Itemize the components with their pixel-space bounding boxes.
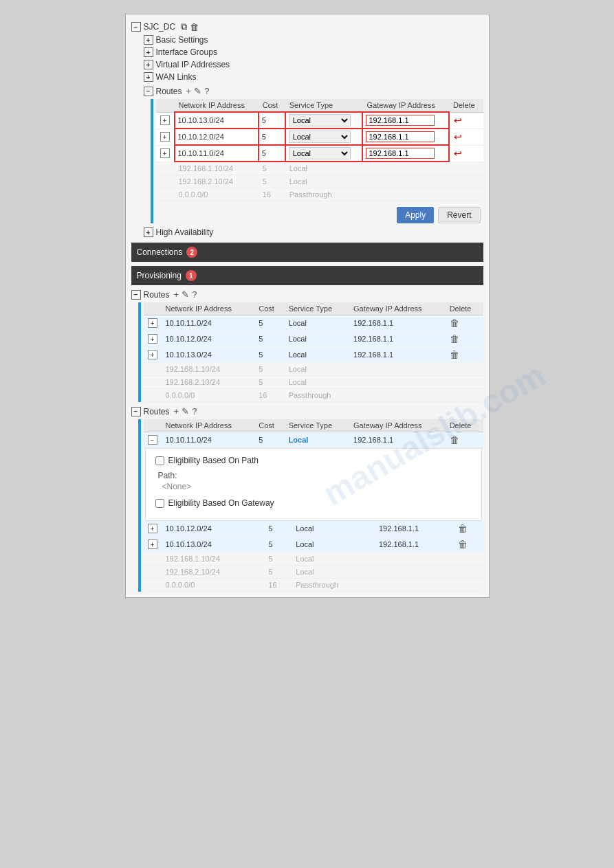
routes2-header: − Routes + ✎ ? [131,289,483,300]
routes2-toggle[interactable]: − [131,290,141,300]
expand-btn-3-1[interactable]: − [148,435,157,445]
routes3-help-icon[interactable]: ? [192,406,197,416]
basic-settings-toggle[interactable]: + [144,35,153,45]
s2-delete-3[interactable]: 🗑 [446,347,483,363]
s2-delete-2[interactable]: 🗑 [446,331,483,347]
gateway-cell-3[interactable] [362,145,449,162]
s3-service-4: Local [292,553,375,566]
expand-cell [156,175,175,188]
eligibility-path-label[interactable]: Eligibility Based On Path [155,456,472,465]
eligibility-gateway-label[interactable]: Eligibility Based On Gateway [155,498,472,508]
routes3-header: − Routes + ✎ ? [131,406,483,416]
tree-high-availability[interactable]: + High Availability [144,226,483,238]
eligibility-gateway-checkbox[interactable] [155,499,164,508]
routes3-table-container: Network IP Address Cost Service Type Gat… [138,419,483,592]
s2-cost-3: 5 [254,347,284,363]
s3-delete-3[interactable]: 🗑 [454,537,483,553]
expand-btn-2[interactable]: + [160,132,170,142]
routes-help-icon[interactable]: ? [204,86,209,96]
s3-delete-5 [454,566,483,579]
delete-cell-1[interactable]: ↩ [449,112,483,129]
routes3-toggle[interactable]: − [131,407,141,416]
routes-table-3: Network IP Address Cost Service Type Gat… [144,419,483,448]
apply-button[interactable]: Apply [397,207,434,223]
s2-delete-1[interactable]: 🗑 [446,315,483,331]
service-select-3[interactable]: Local [289,147,351,159]
s2-service-2: Local [285,331,349,347]
s3-gateway-6 [375,579,454,592]
virtual-ip-toggle[interactable]: + [144,60,153,69]
gateway-cell-1[interactable] [362,112,449,129]
delete-icon-s2-2[interactable]: 🗑 [450,333,459,344]
routes-toggle[interactable]: − [144,87,153,96]
ha-toggle[interactable]: + [144,227,153,237]
delete-cell-3[interactable]: ↩ [449,145,483,162]
delete-cell-6 [449,188,483,201]
s3-cost-6: 16 [264,579,292,592]
expand-btn-3[interactable]: + [160,148,170,158]
gateway-input-3[interactable] [366,148,435,159]
table-row: 192.168.1.10/24 5 Local [144,363,483,376]
gateway-input-2[interactable] [366,131,435,142]
col3-cost: Cost [254,419,284,432]
revert-icon-1[interactable]: ↩ [454,115,462,126]
tree-wan-links[interactable]: + WAN Links [144,71,483,83]
delete-tree-icon[interactable]: 🗑 [190,22,199,32]
expand-btn-2-1[interactable]: + [148,318,157,328]
expand-btn-2-2[interactable]: + [148,334,157,344]
service-select-2[interactable]: Local [289,131,351,143]
routes2-add-icon[interactable]: + [174,289,179,300]
copy-icon[interactable]: ⧉ [181,21,187,32]
revert-icon-2[interactable]: ↩ [454,131,462,142]
delete-icon-s3-1[interactable]: 🗑 [450,434,459,445]
s3-network-5: 192.168.2.10/24 [162,566,265,579]
service-cell-3[interactable]: Local [285,145,363,162]
revert-button[interactable]: Revert [438,207,480,223]
s3-delete-6 [454,579,483,592]
eligibility-path-checkbox[interactable] [155,456,164,465]
service-select-1[interactable]: Local [289,114,351,126]
s3-network-6: 0.0.0.0/0 [162,579,265,592]
connections-bar[interactable]: Connections 2 [131,243,483,262]
service-cell-2[interactable]: Local [285,129,363,145]
expand-btn-3-3[interactable]: + [148,539,157,549]
routes2-edit-icon[interactable]: ✎ [182,289,189,300]
expand-btn-2-3[interactable]: + [148,350,157,359]
s2-cost-2: 5 [254,331,284,347]
sjc-dc-toggle[interactable]: − [131,22,141,32]
revert-icon-3[interactable]: ↩ [454,148,462,159]
delete-cell-2[interactable]: ↩ [449,129,483,145]
s3-delete-2[interactable]: 🗑 [454,521,483,537]
gateway-input-1[interactable] [366,115,435,126]
delete-icon-s3-2[interactable]: 🗑 [458,523,468,534]
delete-icon-s2-1[interactable]: 🗑 [450,318,459,329]
gateway-cell-2[interactable] [362,129,449,145]
service-cell-1[interactable]: Local [285,112,363,129]
tree-virtual-ip[interactable]: + Virtual IP Addresses [144,58,483,71]
delete-icon-s3-3[interactable]: 🗑 [458,539,468,550]
delete-icon-s2-3[interactable]: 🗑 [450,349,459,360]
col2-gateway: Gateway IP Address [349,302,446,315]
top-tree-panel: − SJC_DC ⧉ 🗑 + Basic Settings + Interfac… [131,20,483,238]
network-cell-4: 192.168.1.10/24 [175,162,259,175]
s3-cost-3: 5 [264,537,292,553]
interface-groups-toggle[interactable]: + [144,47,153,57]
routes2-help-icon[interactable]: ? [192,289,197,300]
expand-cell: + [156,112,175,129]
s3-network-2: 10.10.12.0/24 [162,521,265,537]
routes-edit-icon[interactable]: ✎ [194,86,201,96]
s2-service-5: Local [285,376,349,389]
routes3-add-icon[interactable]: + [174,406,179,416]
expand-btn-1[interactable]: + [160,115,170,125]
expand-btn-3-2[interactable]: + [148,524,157,533]
tree-basic-settings[interactable]: + Basic Settings [144,34,483,46]
provisioning-bar[interactable]: Provisioning 1 [131,266,483,285]
tree-interface-groups[interactable]: + Interface Groups [144,46,483,58]
col2-expand [144,302,162,315]
s2-cost-1: 5 [254,315,284,331]
routes-add-icon[interactable]: + [186,86,192,96]
s3-delete-1[interactable]: 🗑 [446,432,483,448]
routes-table: Network IP Address Cost Service Type Gat… [156,99,483,201]
routes3-edit-icon[interactable]: ✎ [182,406,189,416]
wan-links-toggle[interactable]: + [144,72,153,82]
